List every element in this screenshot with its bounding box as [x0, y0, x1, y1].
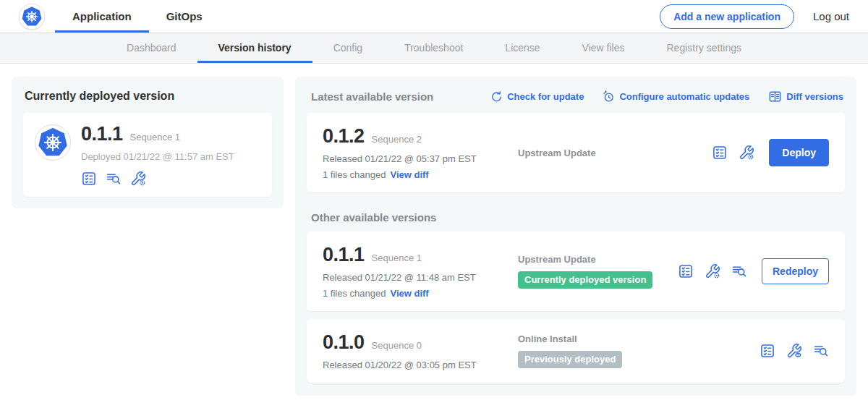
version-sequence: Sequence 0: [372, 340, 422, 351]
subnav-label: View files: [582, 42, 625, 54]
diff-versions-label: Diff versions: [786, 91, 843, 102]
tab-application-label: Application: [72, 10, 132, 22]
currently-deployed-title: Currently deployed version: [25, 90, 272, 103]
subnav-label: Dashboard: [127, 42, 176, 54]
add-new-application-button[interactable]: Add a new application: [660, 4, 794, 29]
released-timestamp: Released 01/21/22 @ 11:48 am EST: [323, 272, 505, 283]
version-sequence: Sequence 2: [372, 134, 422, 145]
configure-automatic-updates-link[interactable]: Configure automatic updates: [603, 90, 749, 103]
deployed-version-number: 0.1.1: [81, 123, 123, 145]
check-for-update-label: Check for update: [507, 91, 584, 102]
released-timestamp: Released 01/21/22 @ 05:37 pm EST: [323, 153, 505, 164]
latest-available-title: Latest available version: [311, 90, 433, 103]
version-card-0-1-0: 0.1.0 Sequence 0 Released 01/20/22 @ 03:…: [307, 319, 845, 383]
version-source: Online Install: [518, 333, 760, 344]
view-diff-link[interactable]: View diff: [390, 288, 428, 299]
currently-deployed-panel: Currently deployed version 0.1.1 Sequenc…: [12, 77, 284, 208]
logout-link[interactable]: Log out: [813, 10, 849, 22]
deployed-timestamp: Deployed 01/21/22 @ 11:57 am EST: [81, 151, 234, 162]
subnav-label: Registry settings: [667, 42, 741, 54]
subnav-label: Troubleshoot: [404, 42, 463, 54]
files-changed-label: 1 files changed: [323, 288, 386, 299]
logs-icon[interactable]: [813, 343, 829, 359]
app-icon: [35, 124, 71, 161]
subnav-label: Config: [333, 42, 362, 54]
release-notes-icon[interactable]: [760, 343, 775, 359]
subnav-item-version-history[interactable]: Version history: [197, 33, 312, 63]
version-number: 0.1.2: [323, 125, 365, 148]
tab-application[interactable]: Application: [55, 0, 149, 33]
top-tabs: Application GitOps: [55, 0, 220, 33]
view-config-icon[interactable]: [786, 343, 802, 359]
subnav-label: License: [505, 42, 540, 54]
config-icon[interactable]: [705, 263, 720, 279]
config-icon[interactable]: [739, 145, 754, 161]
version-actions: Check for update Configure automatic upd…: [490, 90, 843, 103]
previously-deployed-badge: Previously deployed: [518, 351, 622, 368]
version-card-0-1-2: 0.1.2 Sequence 2 Released 01/21/22 @ 05:…: [307, 113, 845, 192]
version-sequence: Sequence 1: [372, 252, 422, 263]
configure-automatic-updates-label: Configure automatic updates: [619, 91, 749, 102]
view-diff-link[interactable]: View diff: [390, 169, 428, 180]
subnav-item-config[interactable]: Config: [312, 33, 383, 63]
other-versions-title: Other available versions: [311, 211, 845, 224]
app-subnav: Dashboard Version history Config Trouble…: [0, 33, 868, 64]
version-number: 0.1.0: [323, 331, 365, 354]
subnav-item-view-files[interactable]: View files: [561, 33, 646, 63]
subnav-item-dashboard[interactable]: Dashboard: [106, 33, 197, 63]
released-timestamp: Released 01/20/22 @ 03:05 pm EST: [323, 360, 505, 370]
available-versions-panel: Latest available version Check for updat…: [295, 77, 856, 396]
check-for-update-link[interactable]: Check for update: [490, 90, 584, 103]
schedule-update-icon: [603, 90, 615, 103]
release-notes-icon[interactable]: [678, 263, 694, 279]
refresh-icon: [490, 90, 503, 103]
diff-versions-link[interactable]: Diff versions: [768, 90, 843, 103]
kubernetes-logo: [19, 4, 45, 30]
tab-gitops-label: GitOps: [166, 10, 203, 22]
files-changed-label: 1 files changed: [323, 169, 386, 180]
deployed-sequence: Sequence 1: [130, 132, 180, 143]
config-icon[interactable]: [130, 171, 146, 187]
currently-deployed-badge: Currently deployed version: [518, 271, 652, 289]
subnav-item-registry-settings[interactable]: Registry settings: [646, 33, 762, 63]
tab-gitops[interactable]: GitOps: [149, 0, 220, 33]
subnav-item-license[interactable]: License: [484, 33, 561, 63]
topnav-spacer: [220, 0, 660, 33]
subnav-label: Version history: [218, 42, 292, 54]
main-content: Currently deployed version 0.1.1 Sequenc…: [0, 64, 868, 408]
release-notes-icon[interactable]: [81, 171, 97, 187]
deploy-button[interactable]: Deploy: [769, 139, 829, 166]
version-card-0-1-1: 0.1.1 Sequence 1 Released 01/21/22 @ 11:…: [307, 231, 845, 311]
version-source: Upstream Update: [518, 148, 712, 158]
logs-icon[interactable]: [731, 263, 747, 279]
logs-icon[interactable]: [106, 171, 122, 187]
version-number: 0.1.1: [323, 244, 365, 266]
deployed-version-card: 0.1.1 Sequence 1 Deployed 01/21/22 @ 11:…: [23, 113, 272, 197]
subnav-item-troubleshoot[interactable]: Troubleshoot: [383, 33, 484, 63]
top-navbar: Application GitOps Add a new application…: [0, 0, 868, 33]
diff-icon: [768, 90, 782, 103]
redeploy-button[interactable]: Redeploy: [762, 258, 829, 284]
release-notes-icon[interactable]: [712, 145, 728, 161]
version-source: Upstream Update: [518, 254, 678, 265]
